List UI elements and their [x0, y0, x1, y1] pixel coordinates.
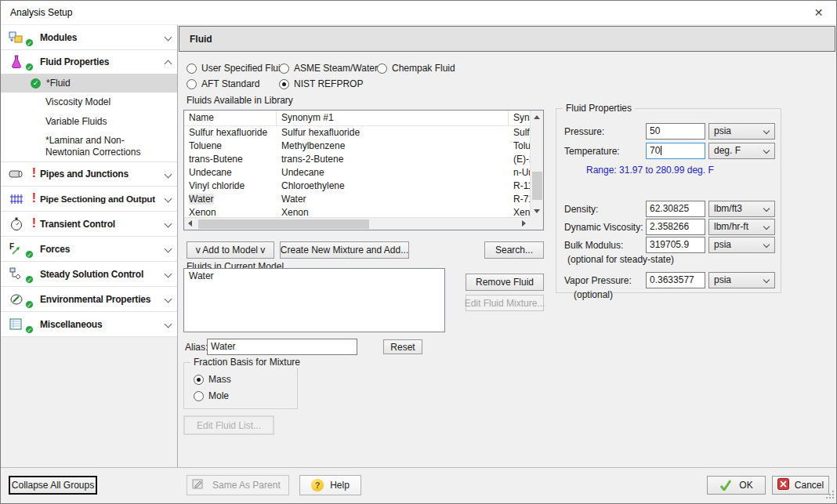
table-row[interactable]: trans-Butene trans-2-Butene (E)-2-: [184, 153, 530, 166]
dynamic-viscosity-input[interactable]: 2.358266: [646, 219, 705, 235]
vapor-pressure-note: (optional): [574, 289, 613, 300]
dynamic-viscosity-unit-select[interactable]: lbm/hr-ft: [708, 219, 775, 235]
radio-mole[interactable]: Mole: [194, 389, 229, 403]
add-to-model-button[interactable]: v Add to Model v: [187, 241, 274, 259]
sidebar-group-label: Pipes and Junctions: [40, 169, 162, 179]
temperature-input[interactable]: 70: [646, 143, 705, 159]
list-item[interactable]: Water: [189, 270, 440, 281]
cell: Water: [184, 193, 277, 206]
selected-unit: lbm/hr-ft: [714, 221, 748, 232]
scrollbar-thumb[interactable]: [198, 219, 369, 229]
force-icon: F ✓: [9, 241, 29, 257]
scroll-left-icon[interactable]: [188, 220, 192, 227]
help-button[interactable]: ? Help: [299, 475, 361, 495]
vapor-pressure-unit-select[interactable]: psia: [708, 272, 775, 288]
vertical-scrollbar[interactable]: [530, 111, 543, 217]
remove-fluid-button[interactable]: Remove Fluid: [466, 274, 544, 291]
sidebar-group-modules[interactable]: ✓ Modules: [1, 25, 177, 49]
current-fluids-listbox[interactable]: Water: [183, 268, 445, 332]
group-title: Fluid Properties: [563, 103, 635, 114]
radio-asme-steam-water[interactable]: ASME Steam/Water: [279, 61, 378, 75]
sidebar-group-fluid-properties[interactable]: ✓ Fluid Properties: [1, 49, 177, 74]
table-row[interactable]: Sulfur hexafluoride Sulfur hexafluoride …: [184, 126, 530, 140]
column-header[interactable]: Synonym #1: [277, 111, 509, 125]
radio-label: User Specified Fluid: [201, 63, 285, 74]
help-icon: ?: [311, 479, 324, 491]
density-unit-select[interactable]: lbm/ft3: [708, 201, 775, 217]
scroll-up-icon[interactable]: [534, 115, 540, 119]
window-title: Analysis Setup: [10, 7, 72, 18]
sidebar-group-steady-solution[interactable]: ✓ Steady Solution Control: [1, 261, 177, 286]
alias-input[interactable]: Water: [207, 339, 357, 355]
radio-label: Mole: [208, 390, 229, 401]
sidebar-group-pipes-and-junctions[interactable]: ! Pipes and Junctions: [1, 161, 177, 186]
density-label: Density:: [564, 204, 598, 215]
table-body: Name Synonym #1 Synon Sulfur hexafluorid…: [184, 111, 530, 217]
cell: trans-2-Butene: [277, 153, 509, 166]
radio-selected-icon: [194, 375, 204, 385]
ok-button[interactable]: OK: [707, 476, 766, 495]
collapse-all-groups-button[interactable]: Collapse All Groups: [9, 476, 97, 495]
sidebar-group-miscellaneous[interactable]: ✓ Miscellaneous: [1, 311, 177, 336]
cell: Water: [277, 193, 509, 206]
temperature-unit-select[interactable]: deg. F: [708, 143, 775, 159]
table-row[interactable]: Xenon Xenon Xeno: [184, 206, 530, 217]
search-button[interactable]: Search...: [484, 241, 544, 259]
cell: Vinyl chloride: [184, 179, 277, 193]
radio-nist-refprop[interactable]: NIST REFPROP: [279, 77, 363, 91]
scroll-right-icon[interactable]: [522, 220, 526, 227]
temperature-label: Temperature:: [564, 146, 620, 157]
svg-text:F: F: [9, 242, 14, 251]
dynamic-viscosity-label: Dynamic Viscosity:: [564, 222, 643, 233]
column-header[interactable]: Synon: [509, 111, 530, 125]
sidebar-item-variable-fluids[interactable]: Variable Fluids: [1, 112, 177, 132]
radio-aft-standard[interactable]: AFT Standard: [187, 77, 259, 91]
table-row[interactable]: Vinyl chloride Chloroethylene R-114: [184, 179, 530, 193]
cell: (E)-2-: [509, 153, 530, 166]
sidebar-item-laminar-corrections[interactable]: *Laminar and Non-Newtonian Corrections: [1, 132, 172, 161]
cell: R-114: [509, 179, 530, 193]
group-title: Fraction Basis for Mixture: [190, 357, 303, 368]
pressure-input[interactable]: 50: [646, 123, 705, 140]
table-row-selected[interactable]: Water Water R-718: [184, 193, 530, 206]
sidebar-group-environmental[interactable]: ✓ Environmental Properties: [1, 286, 177, 311]
sidebar-item-viscosity-model[interactable]: Viscosity Model: [1, 92, 177, 112]
bulk-modulus-input[interactable]: 319705.9: [646, 237, 705, 253]
sidebar-group-pipe-sectioning[interactable]: ! Pipe Sectioning and Output: [1, 186, 177, 211]
button-label: Help: [330, 480, 350, 491]
fluid-panel: Fluid User Specified Fluid ASME Steam/Wa…: [179, 25, 836, 467]
cancel-button[interactable]: Cancel: [772, 476, 829, 495]
sidebar-group-transient-control[interactable]: ! Transient Control: [1, 211, 177, 236]
bulk-modulus-unit-select[interactable]: psia: [708, 237, 775, 253]
create-new-mixture-button[interactable]: Create New Mixture and Add...: [280, 241, 409, 259]
sidebar-group-forces[interactable]: F ✓ Forces: [1, 236, 177, 261]
selected-cell-text: Water: [189, 194, 214, 205]
radio-label: AFT Standard: [201, 78, 259, 89]
column-header[interactable]: Name: [184, 111, 277, 125]
radio-user-specified-fluid[interactable]: User Specified Fluid: [187, 61, 285, 75]
pipe-icon: !: [9, 166, 29, 182]
horizontal-scrollbar[interactable]: [184, 217, 530, 230]
resize-grip[interactable]: [824, 489, 835, 502]
sidebar-item-label: Viscosity Model: [45, 96, 111, 108]
sidebar-group-label: Pipe Sectioning and Output: [40, 194, 162, 204]
vapor-pressure-input[interactable]: 0.3633577: [646, 272, 705, 288]
close-icon[interactable]: ✕: [801, 1, 836, 24]
radio-icon: [187, 79, 197, 89]
panel-header: Fluid: [179, 26, 835, 52]
table-row[interactable]: Undecane Undecane n-Und: [184, 166, 530, 179]
density-input[interactable]: 62.30825: [646, 201, 705, 217]
sidebar-item-fluid[interactable]: ✓ *Fluid: [1, 74, 177, 92]
temperature-range-note: Range: 31.97 to 280.99 deg. F: [586, 165, 714, 176]
reset-button[interactable]: Reset: [383, 339, 422, 354]
radio-chempak-fluid[interactable]: Chempak Fluid: [377, 61, 455, 75]
cell: Sulfur hexafluoride: [184, 126, 277, 140]
sidebar-group-label: Environmental Properties: [40, 294, 162, 305]
fluids-library-table[interactable]: Name Synonym #1 Synon Sulfur hexafluorid…: [183, 110, 544, 230]
pressure-unit-select[interactable]: psia: [708, 123, 775, 140]
scroll-down-icon[interactable]: [534, 209, 540, 213]
radio-mass[interactable]: Mass: [194, 372, 231, 386]
scrollbar-thumb[interactable]: [532, 172, 542, 200]
table-row[interactable]: Toluene Methylbenzene Tolue: [184, 140, 530, 153]
sidebar-item-label: *Laminar and Non-Newtonian Corrections: [45, 135, 165, 158]
